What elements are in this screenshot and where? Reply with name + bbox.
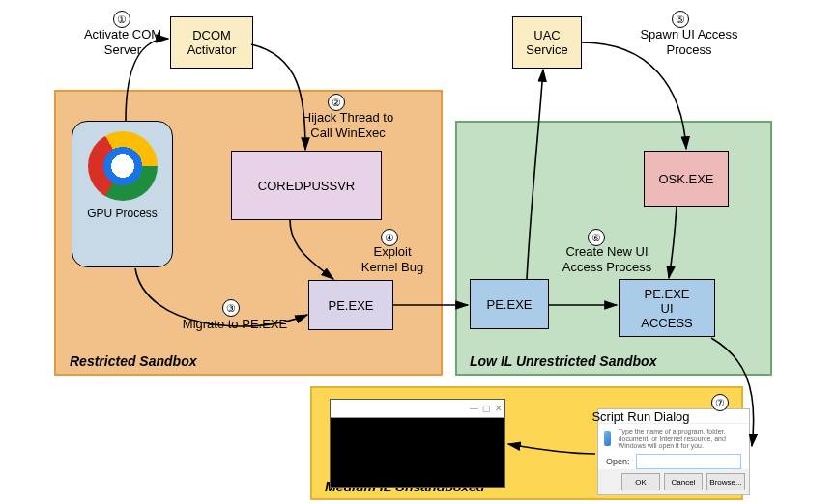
arrows-layer (0, 0, 836, 504)
diagram-root: { "steps": { "s1": {"num": "①", "label":… (0, 0, 836, 504)
